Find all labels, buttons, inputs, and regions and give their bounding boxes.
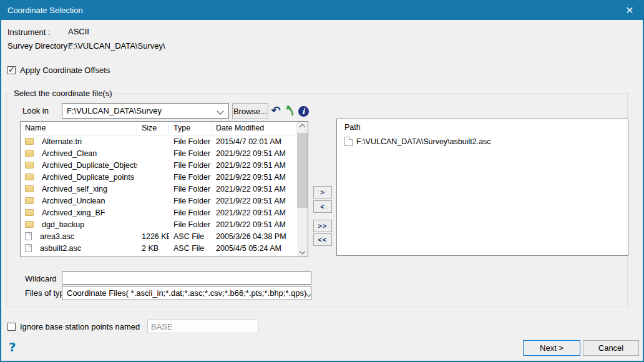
path-list-body: F:\VULCAN_DATA\Survey\asbuilt2.asc xyxy=(344,135,628,147)
instrument-value: ASCII xyxy=(68,27,89,36)
selected-paths-list[interactable]: Path F:\VULCAN_DATA\Survey\asbuilt2.asc xyxy=(336,119,628,256)
scrollbar-thumb[interactable] xyxy=(297,133,308,208)
table-row[interactable]: dgd_backupFile Folder2021/9/22 09:51 AM xyxy=(21,218,297,230)
ignore-base-station-checkbox[interactable]: Ignore base station points named xyxy=(7,322,140,331)
file-type: File Folder xyxy=(169,137,212,146)
coordinate-selection-dialog: Coordinate Selection × Instrument : ASCI… xyxy=(0,0,644,362)
cancel-button[interactable]: Cancel xyxy=(583,340,639,356)
table-row[interactable]: Archived_Duplicate_ObjectsFile Folder202… xyxy=(21,159,297,171)
add-all-files-button[interactable]: >> xyxy=(313,220,332,232)
table-row[interactable]: Archived_CleanFile Folder2021/9/22 09:51… xyxy=(21,147,297,159)
file-type: ASC File xyxy=(169,232,212,241)
file-icon xyxy=(344,137,353,146)
column-header-size[interactable]: Size xyxy=(137,123,169,134)
next-button-label: Next > xyxy=(540,343,564,353)
undo-icon[interactable]: ↶ xyxy=(270,104,282,117)
look-in-label: Look in xyxy=(22,106,49,115)
wildcard-input[interactable] xyxy=(62,272,311,285)
folder-icon xyxy=(25,162,34,169)
files-of-type-combobox[interactable]: Coordinate Files( *.ascii_in;*.dat;*.asc… xyxy=(62,286,311,300)
file-size: 1226 KB xyxy=(137,232,169,241)
files-of-type-value: Coordinate Files( *.ascii_in;*.dat;*.asc… xyxy=(67,288,306,298)
folder-icon xyxy=(25,197,34,204)
file-date-modified: 2021/9/22 09:51 AM xyxy=(212,185,297,193)
browse-button[interactable]: Browse... xyxy=(232,103,268,119)
next-button[interactable]: Next > xyxy=(523,340,580,356)
file-type: File Folder xyxy=(169,185,212,193)
path-value: F:\VULCAN_DATA\Survey\asbuilt2.asc xyxy=(356,137,491,146)
groupbox-title: Select the coordinate file(s) xyxy=(11,89,115,98)
survey-directory-label: Survey Directory : xyxy=(7,41,72,51)
file-type: File Folder xyxy=(169,208,212,217)
file-date-modified: 2021/9/22 09:51 AM xyxy=(212,161,297,170)
file-list-header[interactable]: Name Size Type Date Modified xyxy=(21,122,297,135)
file-type: File Folder xyxy=(169,220,212,229)
up-directory-icon[interactable] xyxy=(284,104,296,116)
wildcard-label: Wildcard xyxy=(25,274,57,283)
file-name: Archived_Clean xyxy=(37,149,97,158)
column-header-name[interactable]: Name xyxy=(21,123,137,134)
info-icon[interactable]: i xyxy=(297,105,310,117)
folder-icon xyxy=(25,209,34,216)
table-row[interactable]: Archived_self_xingFile Folder2021/9/22 0… xyxy=(21,183,297,195)
table-row[interactable]: asbuilt2.asc2 KBASC File2005/4/5 05:24 A… xyxy=(21,242,297,254)
scroll-up-icon[interactable] xyxy=(297,122,308,132)
look-in-combobox[interactable]: F:\VULCAN_DATA\Survey xyxy=(62,103,229,119)
table-row[interactable]: Alternate.triFile Folder2015/4/7 02:01 A… xyxy=(21,135,297,147)
folder-icon xyxy=(25,138,34,145)
close-icon[interactable]: × xyxy=(615,0,644,20)
file-name: Archived_Duplicate_points xyxy=(37,173,134,182)
file-date-modified: 2005/3/26 04:38 PM xyxy=(212,232,297,241)
file-type: File Folder xyxy=(169,173,212,182)
scroll-down-icon[interactable] xyxy=(297,246,308,257)
file-date-modified: 2021/9/22 09:51 AM xyxy=(212,173,297,182)
folder-icon xyxy=(25,174,34,180)
browse-button-label: Browse... xyxy=(233,107,267,116)
base-station-name-input xyxy=(147,320,258,333)
column-header-date-modified[interactable]: Date Modified xyxy=(212,123,297,134)
path-column-header: Path xyxy=(344,123,628,132)
file-size: 2 KB xyxy=(137,244,169,253)
file-date-modified: 2021/9/22 09:51 AM xyxy=(212,208,297,217)
file-type: File Folder xyxy=(169,197,212,205)
table-row[interactable]: Archived_xing_BFFile Folder2021/9/22 09:… xyxy=(21,207,297,218)
file-name: Archived_Unclean xyxy=(37,197,105,205)
file-type: ASC File xyxy=(169,244,212,253)
dialog-title: Coordinate Selection xyxy=(7,6,83,15)
add-file-button[interactable]: > xyxy=(313,186,332,198)
file-list-scrollbar[interactable] xyxy=(297,122,308,257)
file-icon xyxy=(25,232,32,240)
apply-offsets-checkbox[interactable]: Apply Coordinate Offsets xyxy=(7,66,110,75)
file-date-modified: 2021/9/22 09:51 AM xyxy=(212,197,297,205)
file-name: Archived_xing_BF xyxy=(37,208,105,217)
survey-directory-value: F:\VULCAN_DATA\Survey\ xyxy=(68,41,165,51)
file-type: File Folder xyxy=(169,161,212,170)
folder-icon xyxy=(25,185,34,192)
apply-offsets-label: Apply Coordinate Offsets xyxy=(20,66,110,75)
checkbox-box[interactable] xyxy=(7,66,16,74)
table-row[interactable]: Archived_Duplicate_pointsFile Folder2021… xyxy=(21,171,297,183)
remove-file-button[interactable]: < xyxy=(313,200,332,213)
file-type: File Folder xyxy=(169,149,212,158)
file-name: Archived_self_xing xyxy=(37,185,107,193)
help-icon[interactable]: ? xyxy=(9,340,16,355)
remove-all-files-button[interactable]: << xyxy=(313,233,332,246)
column-header-type[interactable]: Type xyxy=(169,123,212,134)
file-list[interactable]: Name Size Type Date Modified Alternate.t… xyxy=(20,121,308,257)
file-name: area3.asc xyxy=(36,232,74,241)
instrument-label: Instrument : xyxy=(7,27,51,37)
look-in-value: F:\VULCAN_DATA\Survey xyxy=(67,106,162,115)
list-item[interactable]: F:\VULCAN_DATA\Survey\asbuilt2.asc xyxy=(344,135,628,147)
folder-icon xyxy=(25,150,34,157)
file-name: Alternate.tri xyxy=(37,137,82,146)
file-icon xyxy=(25,244,32,252)
table-row[interactable]: Archived_UncleanFile Folder2021/9/22 09:… xyxy=(21,195,297,207)
checkbox-box[interactable] xyxy=(7,323,16,331)
folder-icon xyxy=(25,221,34,228)
file-date-modified: 2021/9/22 09:51 AM xyxy=(212,220,297,229)
file-date-modified: 2005/4/5 05:24 AM xyxy=(212,244,297,253)
file-name: asbuilt2.asc xyxy=(36,244,81,253)
ignore-base-station-label: Ignore base station points named xyxy=(20,322,140,331)
file-name: Archived_Duplicate_Objects xyxy=(37,161,137,170)
table-row[interactable]: area3.asc1226 KBASC File2005/3/26 04:38 … xyxy=(21,230,297,242)
